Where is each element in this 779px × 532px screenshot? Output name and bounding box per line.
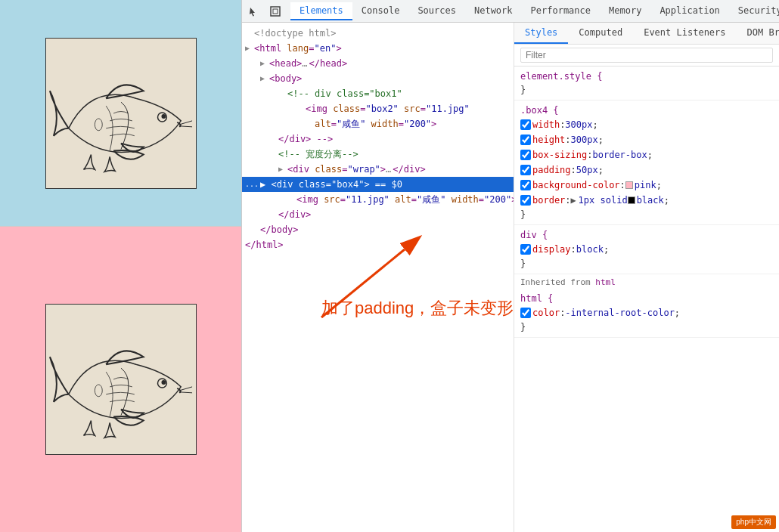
inherited-from: html: [595, 277, 616, 287]
colon: :: [571, 243, 576, 256]
img2-tag: <img src="11.jpg" alt="咸鱼" width="200">: [296, 193, 514, 206]
css-rule-color: color: -internal-root-color;: [520, 305, 773, 320]
tab-memory[interactable]: Memory: [600, 2, 650, 20]
colon: :: [620, 178, 625, 192]
fish-drawing-pink: [46, 305, 196, 454]
prop-padding-checkbox[interactable]: [520, 165, 531, 175]
expand-arrow[interactable]: ▶: [260, 57, 269, 70]
prop-boxsizing-value: border-box: [592, 148, 647, 162]
bgcolor-swatch[interactable]: [625, 181, 633, 189]
tab-styles[interactable]: Styles: [514, 23, 568, 44]
css-panel-tabs: Styles Computed Event Listeners DOM Brea…: [514, 23, 779, 45]
comment2: <!-- 宽度分离-->: [278, 147, 358, 161]
devtools-topbar: Elements Console Sources Network Perform…: [242, 0, 779, 23]
box-pink: [0, 227, 241, 532]
prop-color-value: -internal-root-color: [565, 306, 675, 320]
colon: :: [571, 163, 576, 177]
tab-sources[interactable]: Sources: [408, 2, 465, 20]
wrap-close: </div>: [393, 162, 425, 176]
tab-application[interactable]: Application: [650, 2, 728, 20]
html-line-img1: <img class="box2" src="11.jpg": [242, 101, 514, 116]
html-close: </html>: [245, 238, 284, 252]
body-tag: <body>: [269, 72, 302, 85]
watermark: php中文网: [731, 515, 776, 529]
semicolon: ;: [656, 178, 662, 192]
box4-selector: .box4 {: [520, 105, 559, 116]
colon: :: [560, 306, 565, 320]
comment1: <!-- div class="box1": [287, 87, 402, 101]
prop-boxsizing-checkbox[interactable]: [520, 150, 531, 160]
html-line-doctype: <!doctype html>: [242, 26, 514, 41]
element-style-label: element.style {: [520, 71, 602, 82]
html-line-wrap[interactable]: ▶ <div class="wrap">…</div>: [242, 162, 514, 177]
box-blue: [0, 0, 241, 227]
css-block-element-style: element.style { }: [514, 66, 779, 101]
tab-event-listeners[interactable]: Event Listeners: [633, 23, 736, 44]
css-rule-height: height: 300px;: [520, 132, 773, 147]
prop-width-name: width: [532, 118, 560, 131]
tab-security[interactable]: Security: [729, 2, 779, 20]
colon: :: [565, 193, 570, 207]
svg-rect-7: [273, 9, 278, 14]
tab-console[interactable]: Console: [352, 2, 409, 20]
expand-arrow[interactable]: ▶: [278, 162, 287, 176]
div-close: </div> -->: [278, 132, 333, 146]
prop-height-checkbox[interactable]: [520, 135, 531, 145]
border-arrow[interactable]: ▶: [571, 193, 579, 207]
css-rule-bgcolor: background-color: pink;: [520, 178, 773, 193]
tab-computed[interactable]: Computed: [568, 23, 633, 44]
wrap-tag: <div class="wrap">: [287, 162, 386, 176]
img1-cont: alt="咸鱼" width="200">: [315, 117, 436, 131]
expand-arrow[interactable]: ▶: [260, 72, 269, 85]
html-line-box4[interactable]: ... ▶ <div class="box4"> == $0: [242, 177, 514, 192]
devtools-icons: [245, 2, 284, 20]
expand-arrow-selected[interactable]: ▶: [260, 178, 265, 191]
html-line-head[interactable]: ▶ <head>…</head>: [242, 56, 514, 71]
div-selector: div {: [520, 230, 548, 240]
inherited-label: Inherited from html: [514, 274, 779, 289]
html-line-html[interactable]: ▶ <html lang="en">: [242, 41, 514, 56]
prop-display-checkbox[interactable]: [520, 244, 531, 255]
box-inspect-icon[interactable]: [266, 2, 284, 20]
box4-tag: <div class="box4"> == $0: [265, 178, 402, 191]
html-line-comment2: <!-- 宽度分离-->: [242, 147, 514, 162]
svg-point-2: [95, 118, 102, 130]
preview-panel: [0, 0, 242, 532]
body-close: </body>: [260, 223, 299, 237]
prop-color-checkbox[interactable]: [520, 308, 531, 318]
cursor-icon[interactable]: [245, 2, 263, 20]
prop-bgcolor-value: pink: [635, 178, 656, 192]
css-block-div: div { display: block; }: [514, 225, 779, 274]
line-dots: ...: [245, 178, 259, 191]
expand-arrow[interactable]: ▶: [245, 42, 254, 55]
prop-padding-name: padding: [532, 163, 571, 177]
fish-image-blue: [45, 38, 197, 189]
css-inner: element.style { } .box4 { width: 300px; …: [514, 66, 779, 532]
tab-performance[interactable]: Performance: [522, 2, 600, 20]
html-tag: <html lang="en">: [254, 42, 342, 55]
dots: …: [386, 162, 391, 176]
prop-padding-value: 50px: [576, 163, 598, 177]
html-line-body[interactable]: ▶ <body>: [242, 71, 514, 86]
colon: :: [560, 118, 565, 131]
html-line-div-close: </div> -->: [242, 131, 514, 147]
css-block-box4: .box4 { width: 300px; height: 300px; box…: [514, 101, 779, 225]
colon: :: [587, 148, 592, 162]
prop-display-value: block: [576, 243, 604, 256]
prop-width-checkbox[interactable]: [520, 119, 531, 130]
prop-color-name: color: [532, 306, 560, 320]
filter-input[interactable]: [520, 48, 773, 63]
tab-network[interactable]: Network: [465, 2, 522, 20]
prop-border-name: border: [532, 193, 565, 207]
tab-elements[interactable]: Elements: [290, 2, 352, 20]
html-selector: html {: [520, 293, 553, 304]
prop-height-value: 300px: [571, 133, 598, 147]
html-panel: <!doctype html> ▶ <html lang="en"> ▶ <he…: [242, 23, 514, 532]
prop-border-checkbox[interactable]: [520, 195, 531, 206]
css-rule-width: width: 300px;: [520, 117, 773, 132]
colon: :: [565, 133, 570, 147]
doctype-text: <!doctype html>: [254, 26, 336, 40]
border-color-swatch[interactable]: [628, 196, 635, 204]
tab-dom-breakpoints[interactable]: DOM Breakpoints: [737, 23, 779, 44]
prop-bgcolor-checkbox[interactable]: [520, 180, 531, 190]
